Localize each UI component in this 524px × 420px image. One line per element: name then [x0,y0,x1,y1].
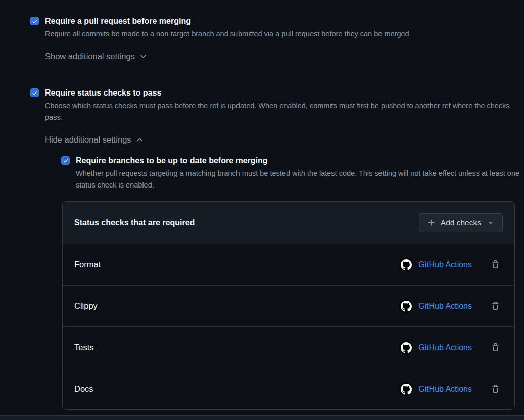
sub-setting-title: Require branches to be up to date before… [76,155,524,167]
chevron-up-icon [135,135,144,144]
github-actions-link[interactable]: GitHub Actions [418,302,472,311]
trash-icon [491,260,500,269]
status-check-row-clippy: Clippy GitHub Actions [63,285,514,326]
check-icon [32,90,38,96]
chevron-down-icon [139,52,148,61]
require-up-to-date-checkbox[interactable] [61,156,70,165]
check-icon [32,18,38,24]
remove-check-button[interactable] [491,260,500,269]
trash-icon [491,302,500,310]
status-check-name: Docs [74,384,399,394]
status-check-source: GitHub Actions [399,299,472,313]
status-check-name: Tests [74,343,399,352]
status-check-row-tests: Tests GitHub Actions [63,326,514,368]
github-actions-avatar [399,258,413,271]
github-logo-icon [401,259,412,270]
rule-title-status-checks: Require status checks to pass [45,87,524,99]
status-checks-panel-title: Status checks that are required [74,218,195,227]
github-logo-icon [401,384,412,395]
hide-additional-settings-button[interactable]: Hide additional settings [45,133,144,146]
status-check-source: GitHub Actions [399,382,472,396]
remove-check-button[interactable] [491,385,500,393]
status-checks-panel: Status checks that are required Add chec… [62,201,515,410]
remove-check-button[interactable] [491,343,500,352]
github-actions-avatar [399,382,413,396]
status-check-source: GitHub Actions [399,341,472,354]
sub-setting-up-to-date: Require branches to be up to date before… [61,155,524,191]
status-check-source: GitHub Actions [399,258,472,271]
require-status-checks-checkbox[interactable] [30,88,39,97]
toggle-label: Show additional settings [45,50,135,62]
check-icon [63,158,69,164]
require-pull-request-checkbox[interactable] [30,17,39,25]
github-actions-link[interactable]: GitHub Actions [418,385,472,394]
github-actions-link[interactable]: GitHub Actions [418,260,472,269]
trash-icon [491,343,500,352]
show-additional-settings-button[interactable]: Show additional settings [45,50,148,62]
github-actions-link[interactable]: GitHub Actions [418,343,472,352]
status-check-row-format: Format GitHub Actions [63,244,514,285]
toggle-label: Hide additional settings [45,133,131,146]
next-section-edge [0,415,524,420]
status-check-name: Format [74,260,399,269]
status-check-name: Clippy [74,301,399,311]
status-checks-panel-header: Status checks that are required Add chec… [63,202,514,244]
rule-description-status-checks: Choose which status checks must pass bef… [45,100,522,123]
sub-setting-description: Whether pull requests targeting a matchi… [76,168,524,191]
rule-title-pull-request: Require a pull request before merging [45,15,524,27]
github-actions-avatar [399,299,413,313]
add-checks-button[interactable]: Add checks [419,213,503,232]
branch-rules-settings: Require a pull request before merging Re… [30,2,524,410]
plus-icon [427,219,436,227]
remove-check-button[interactable] [491,302,500,310]
triangle-down-icon [487,219,494,226]
rule-section-status-checks: Require status checks to pass Choose whi… [30,73,524,410]
github-logo-icon [401,342,412,353]
rule-description-pull-request: Require all commits be made to a non-tar… [45,28,522,40]
github-actions-avatar [399,341,413,354]
trash-icon [491,385,500,393]
status-check-row-docs: Docs GitHub Actions [63,368,514,409]
rule-section-pull-request: Require a pull request before merging Re… [30,2,524,73]
github-logo-icon [401,301,412,312]
add-checks-label: Add checks [441,218,481,227]
